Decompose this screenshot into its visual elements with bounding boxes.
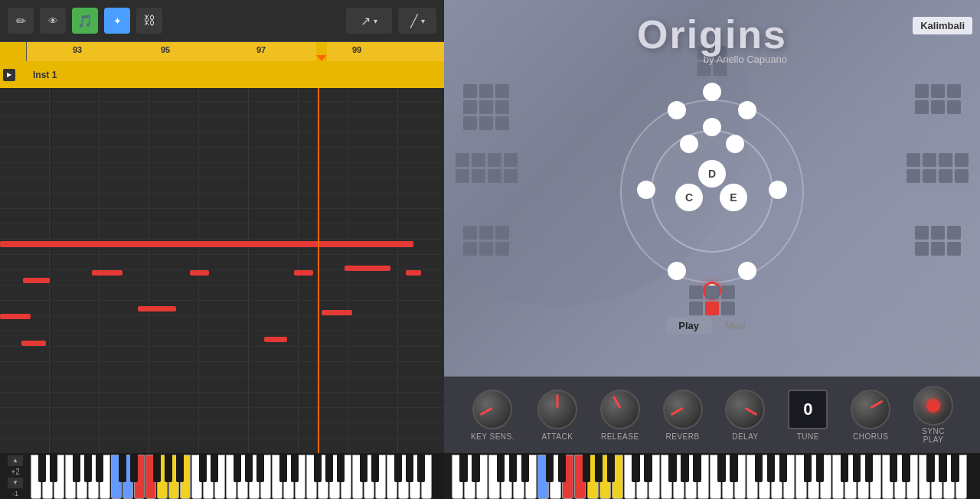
pad[interactable] [463, 242, 477, 256]
pad[interactable] [689, 302, 703, 315]
note-9[interactable] [322, 310, 352, 315]
black-key[interactable] [360, 455, 368, 482]
black-key[interactable] [50, 455, 57, 482]
pad[interactable] [495, 242, 509, 256]
pencil-tool[interactable]: ✏ [8, 8, 34, 34]
select-tool[interactable]: ↗▾ [346, 8, 392, 34]
black-key[interactable] [693, 455, 701, 482]
black-key[interactable] [816, 455, 824, 482]
node-bottom-left[interactable] [668, 262, 686, 280]
pad[interactable] [923, 169, 936, 183]
pad[interactable] [915, 84, 929, 98]
piano-roll[interactable] [0, 88, 444, 453]
synth-keys-container[interactable] [452, 453, 980, 499]
black-key[interactable] [521, 455, 529, 482]
chorus-knob[interactable] [851, 390, 890, 429]
sync-play-knob[interactable] [913, 386, 953, 426]
track-play-icon[interactable]: ▶ [3, 69, 15, 81]
note-11[interactable] [264, 337, 287, 342]
black-key[interactable] [767, 455, 775, 482]
black-key[interactable] [337, 455, 345, 482]
cursor-tool[interactable]: ✦ [104, 8, 130, 34]
pad[interactable] [495, 100, 509, 114]
black-key[interactable] [394, 455, 402, 482]
key-sens-knob[interactable] [472, 390, 512, 429]
black-key[interactable] [865, 455, 873, 482]
black-key[interactable] [211, 455, 218, 482]
pad[interactable] [479, 100, 493, 114]
black-key[interactable] [804, 455, 812, 482]
pad[interactable] [472, 153, 485, 167]
pad[interactable] [488, 169, 501, 183]
pad[interactable] [504, 153, 518, 167]
note-8[interactable] [138, 306, 176, 311]
black-key[interactable] [755, 455, 763, 482]
black-key[interactable] [38, 455, 46, 482]
node-top-left[interactable] [668, 101, 686, 119]
node-inner-top[interactable] [703, 118, 721, 136]
black-key[interactable] [644, 455, 652, 482]
release-knob[interactable] [600, 390, 640, 429]
pad[interactable] [939, 169, 952, 183]
reverb-knob[interactable] [663, 390, 703, 429]
node-top-right[interactable] [738, 101, 756, 119]
black-key[interactable] [279, 455, 287, 482]
node-center-C[interactable]: C [675, 184, 703, 211]
link-tool[interactable]: ⛓ [136, 8, 162, 34]
black-key[interactable] [314, 455, 322, 482]
pad[interactable] [463, 100, 477, 114]
pad[interactable] [906, 153, 920, 167]
black-key[interactable] [607, 455, 615, 482]
black-key[interactable] [153, 455, 161, 482]
node-left[interactable] [637, 181, 655, 199]
black-key[interactable] [841, 455, 848, 482]
pad[interactable] [906, 169, 920, 183]
pad[interactable] [955, 169, 969, 183]
tune-display[interactable]: 0 [788, 390, 828, 429]
black-key[interactable] [853, 455, 861, 482]
black-key[interactable] [595, 455, 603, 482]
pad[interactable] [947, 226, 961, 240]
black-key[interactable] [902, 455, 910, 482]
black-key[interactable] [245, 455, 253, 482]
black-key[interactable] [926, 455, 934, 482]
scroll-up-btn[interactable]: ▲ [8, 455, 23, 466]
note-4[interactable] [294, 270, 313, 276]
black-key[interactable] [96, 455, 103, 482]
black-key[interactable] [291, 455, 299, 482]
pad[interactable] [955, 153, 969, 167]
node-center-E[interactable]: E [720, 184, 747, 211]
black-key[interactable] [668, 455, 676, 482]
pad[interactable] [931, 226, 945, 240]
note-7[interactable] [0, 314, 31, 319]
mod-button[interactable]: Mod [713, 317, 758, 334]
midi-tool[interactable]: 🎵 [72, 8, 98, 34]
pad[interactable] [689, 285, 703, 299]
black-key[interactable] [681, 455, 688, 482]
black-key[interactable] [84, 455, 92, 482]
black-key[interactable] [509, 455, 517, 482]
black-key[interactable] [371, 455, 379, 482]
black-key[interactable] [951, 455, 959, 482]
black-key[interactable] [939, 455, 946, 482]
black-key[interactable] [256, 455, 264, 482]
pad[interactable] [495, 84, 509, 98]
black-key[interactable] [730, 455, 737, 482]
black-key[interactable] [779, 455, 787, 482]
black-key[interactable] [119, 455, 126, 482]
pad[interactable] [479, 242, 493, 256]
node-inner-top-left[interactable] [680, 135, 698, 153]
pad[interactable] [915, 242, 929, 256]
black-key[interactable] [199, 455, 207, 482]
note-1[interactable] [92, 270, 122, 276]
black-key[interactable] [176, 455, 184, 482]
black-key[interactable] [632, 455, 639, 482]
pad[interactable] [947, 242, 961, 256]
black-key[interactable] [459, 455, 467, 482]
black-key[interactable] [234, 455, 241, 482]
pad[interactable] [463, 116, 477, 130]
drum-tool[interactable]: 👁 [40, 8, 66, 34]
black-key[interactable] [472, 455, 479, 482]
pad[interactable] [931, 100, 945, 114]
note-long[interactable] [0, 241, 413, 247]
